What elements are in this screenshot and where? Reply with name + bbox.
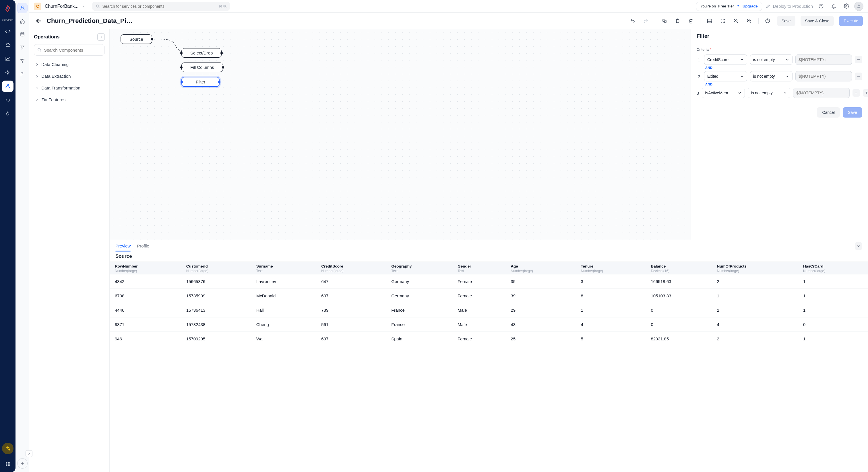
table-row[interactable]: 444615736413Hall739FranceMale291021 <box>110 303 868 317</box>
clipboard-icon[interactable] <box>674 17 682 25</box>
toolbar-help-icon[interactable] <box>764 17 772 25</box>
node-select-drop[interactable]: Select/Drop <box>181 48 222 58</box>
preview-tab[interactable]: Preview <box>115 241 131 251</box>
rail-item-code[interactable] <box>2 26 13 37</box>
project-name[interactable]: ChurnForBank... <box>45 4 79 9</box>
trash-icon[interactable] <box>687 17 695 25</box>
search-input[interactable] <box>102 4 216 9</box>
criteria-remove-icon[interactable] <box>855 56 862 63</box>
operations-category[interactable]: Data Extraction <box>34 70 105 82</box>
rail-item-pipelines[interactable] <box>2 80 13 92</box>
operations-search-input[interactable] <box>44 47 102 53</box>
save-button[interactable]: Save <box>777 16 795 26</box>
grid-column-header[interactable]: AgeNumber(large) <box>505 262 576 274</box>
project-caret-icon[interactable] <box>82 4 86 8</box>
table-row[interactable]: 670815735909McDonald607GermanyFemale3981… <box>110 289 868 303</box>
back-button[interactable] <box>34 16 43 25</box>
grid-column-header[interactable]: CreditScoreNumber(large) <box>316 262 386 274</box>
operations-category-label: Zia Features <box>41 97 65 102</box>
operations-category[interactable]: Zia Features <box>34 94 105 105</box>
bell-icon[interactable] <box>829 2 838 11</box>
undo-icon[interactable] <box>629 17 637 25</box>
criteria-add-icon[interactable] <box>863 89 868 97</box>
fullscreen-icon[interactable] <box>719 17 727 25</box>
pipeline-canvas[interactable]: Source Select/Drop Fill Columns Filter <box>110 29 691 240</box>
inner-item-database[interactable] <box>17 29 28 40</box>
tier-pill[interactable]: You're on Free Tier Upgrade <box>696 2 762 11</box>
criteria-operator-select[interactable]: is not empty <box>748 88 790 98</box>
grid-column-header[interactable]: BalanceDecimal(16) <box>646 262 712 274</box>
grid-column-header[interactable]: SurnameText <box>251 262 316 274</box>
panel-icon[interactable] <box>706 17 714 25</box>
inner-add-button[interactable] <box>17 458 28 469</box>
rail-item-analytics[interactable] <box>2 53 13 65</box>
inner-item-graph[interactable] <box>17 56 28 66</box>
rail-item-cloud[interactable] <box>2 39 13 51</box>
criteria-value-input[interactable] <box>793 88 849 98</box>
rail-item-integrate[interactable] <box>2 94 13 106</box>
preview-tab[interactable]: Profile <box>137 241 149 251</box>
inner-item-filter[interactable] <box>17 42 28 53</box>
inner-item-pipeline[interactable] <box>17 3 28 13</box>
svg-point-2 <box>7 113 9 115</box>
grid-column-header[interactable]: RowNumberNumber(large) <box>110 262 181 274</box>
grid-column-header[interactable]: CustomerIdNumber(large) <box>181 262 251 274</box>
save-close-button[interactable]: Save & Close <box>801 16 834 26</box>
table-row[interactable]: 937115732438Cheng561FranceMale434040 <box>110 317 868 332</box>
operations-category[interactable]: Data Cleaning <box>34 59 105 70</box>
table-row[interactable]: 94615709295Wall697SpainFemale25582931.85… <box>110 332 868 346</box>
help-icon[interactable] <box>816 2 826 11</box>
criteria-operator-select[interactable]: is not empty <box>750 55 793 65</box>
rail-item-tools[interactable] <box>2 67 13 78</box>
table-row[interactable]: 434215665376Lavrentiev647GermanyFemale35… <box>110 274 868 289</box>
svg-point-8 <box>21 32 24 34</box>
grid-column-header[interactable]: TenureNumber(large) <box>576 262 646 274</box>
rail-fab-sparkle[interactable] <box>2 443 13 454</box>
upgrade-link[interactable]: Upgrade <box>743 4 758 8</box>
preview-collapse-icon[interactable] <box>855 242 862 250</box>
criteria-operator-select[interactable]: is not empty <box>750 71 793 81</box>
criteria-remove-icon[interactable] <box>852 89 860 97</box>
criteria-column-select[interactable]: IsActiveMem... <box>702 88 745 98</box>
table-cell: 29 <box>505 303 576 317</box>
criteria-column-select[interactable]: Exited <box>704 71 747 81</box>
inner-item-home[interactable] <box>17 16 28 26</box>
rail-apps-grid-icon[interactable] <box>3 459 13 469</box>
operations-category[interactable]: Data Transformation <box>34 82 105 94</box>
avatar[interactable] <box>854 2 863 11</box>
zoom-in-icon[interactable] <box>745 17 753 25</box>
copy-icon[interactable] <box>660 17 669 25</box>
zoom-out-icon[interactable] <box>732 17 740 25</box>
panel-cancel-button[interactable]: Cancel <box>817 107 840 117</box>
grid-column-header[interactable]: NumOfProductsNumber(large) <box>712 262 798 274</box>
grid-column-header[interactable]: GeographyText <box>386 262 453 274</box>
table-cell: 15736413 <box>181 303 251 317</box>
table-cell: 0 <box>646 317 712 332</box>
tier-name: Free Tier <box>718 4 734 8</box>
criteria-and-label: AND <box>705 66 862 69</box>
gear-icon[interactable] <box>842 2 851 11</box>
rail-item-assist[interactable] <box>2 108 13 120</box>
criteria-value-input[interactable] <box>795 55 852 65</box>
operations-collapse-button[interactable] <box>97 33 105 41</box>
grid-column-header[interactable]: HasCrCardNumber(large) <box>798 262 868 274</box>
node-source[interactable]: Source <box>121 34 152 44</box>
search-wrap[interactable]: ⌘+K <box>92 2 230 11</box>
redo-icon[interactable] <box>642 17 650 25</box>
criteria-remove-icon[interactable] <box>855 72 862 80</box>
execute-button[interactable]: Execute <box>839 16 863 26</box>
operations-title: Operations <box>34 34 60 40</box>
inner-expand-button[interactable] <box>26 450 32 457</box>
criteria-column-select[interactable]: CreditScore <box>704 55 747 65</box>
preview-grid[interactable]: RowNumberNumber(large)CustomerIdNumber(l… <box>110 262 868 472</box>
inner-item-flag[interactable] <box>17 69 28 79</box>
criteria-label: Criteria * <box>696 47 862 52</box>
node-filter[interactable]: Filter <box>181 77 220 87</box>
operations-search[interactable] <box>34 44 105 56</box>
table-cell: Cheng <box>251 317 316 332</box>
criteria-value-input[interactable] <box>795 71 852 81</box>
node-fill-columns[interactable]: Fill Columns <box>181 63 223 72</box>
deploy-button[interactable]: Deploy to Production <box>766 4 813 9</box>
grid-column-header[interactable]: GenderText <box>453 262 505 274</box>
panel-save-button[interactable]: Save <box>843 107 862 117</box>
